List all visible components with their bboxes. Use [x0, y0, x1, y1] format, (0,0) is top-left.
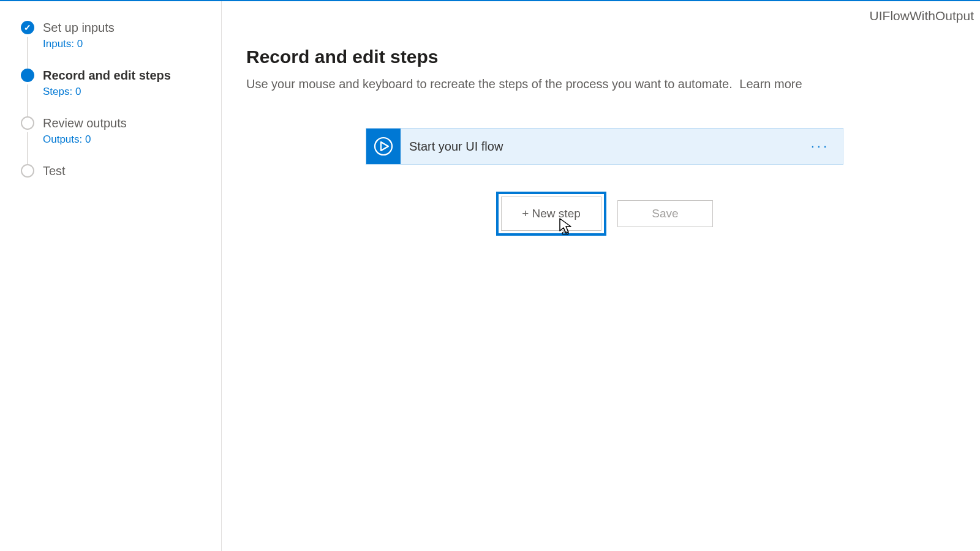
connector-line — [27, 84, 28, 119]
step-title: Test — [43, 163, 66, 179]
step-title: Review outputs — [43, 115, 127, 131]
check-icon — [21, 21, 34, 34]
save-button[interactable]: Save — [617, 200, 713, 227]
svg-point-0 — [375, 138, 392, 155]
learn-more-link[interactable]: Learn more — [739, 77, 802, 91]
layout: Set up inputs Inputs: 0 Record and edit … — [0, 1, 980, 551]
step-subtitle[interactable]: Outputs: 0 — [43, 133, 127, 146]
step-title: Record and edit steps — [43, 67, 171, 83]
sidebar-item-setup-inputs[interactable]: Set up inputs Inputs: 0 — [21, 20, 221, 50]
svg-marker-1 — [381, 142, 388, 151]
connector-line — [27, 37, 28, 71]
pending-step-circle-icon — [21, 116, 34, 130]
sidebar-item-test[interactable]: Test — [21, 163, 221, 179]
wizard-sidebar: Set up inputs Inputs: 0 Record and edit … — [0, 1, 222, 551]
step-subtitle[interactable]: Inputs: 0 — [43, 38, 115, 50]
page-description: Use your mouse and keyboard to recreate … — [246, 77, 963, 91]
pending-step-circle-icon — [21, 164, 34, 178]
card-label: Start your UI flow — [409, 140, 797, 154]
play-circle-icon — [366, 129, 401, 164]
current-step-dot-icon — [21, 69, 34, 82]
sidebar-item-review-outputs[interactable]: Review outputs Outputs: 0 — [21, 115, 221, 146]
step-subtitle[interactable]: Steps: 0 — [43, 86, 171, 98]
main-content: UIFlowWithOutput Record and edit steps U… — [222, 1, 980, 551]
connector-line — [27, 132, 28, 167]
sidebar-item-record-edit[interactable]: Record and edit steps Steps: 0 — [21, 67, 221, 98]
action-buttons-row: + New step Save — [246, 192, 963, 236]
svg-rect-2 — [562, 232, 568, 234]
step-title: Set up inputs — [43, 20, 115, 36]
description-text: Use your mouse and keyboard to recreate … — [246, 77, 733, 91]
new-step-button[interactable]: + New step — [496, 192, 606, 236]
save-label: Save — [652, 207, 678, 220]
flow-name-label: UIFlowWithOutput — [870, 9, 974, 23]
page-title: Record and edit steps — [246, 47, 963, 67]
new-step-label: + New step — [522, 207, 581, 220]
more-options-icon[interactable]: ··· — [797, 138, 843, 154]
start-flow-card[interactable]: Start your UI flow ··· — [366, 128, 843, 165]
